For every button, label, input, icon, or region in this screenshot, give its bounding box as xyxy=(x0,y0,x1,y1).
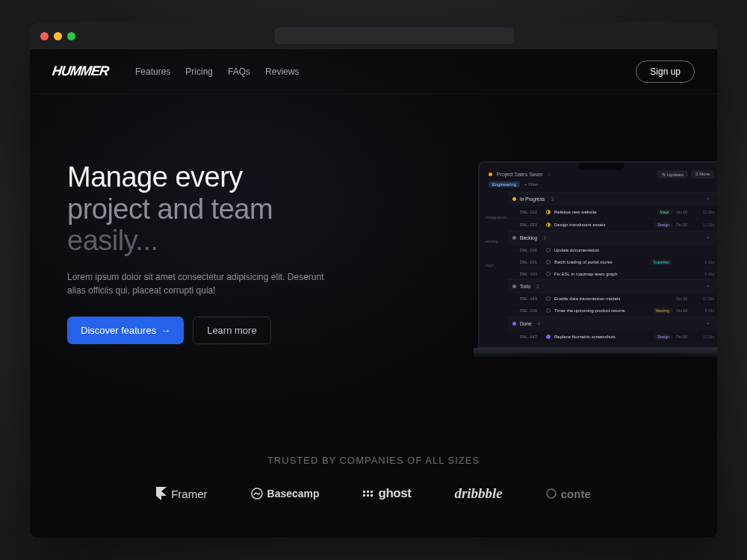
status-circle-icon xyxy=(546,272,551,276)
task-title: Release new website xyxy=(554,210,653,214)
laptop-base xyxy=(474,348,717,357)
task-time: 11:52a xyxy=(699,223,714,227)
top-nav: HUMMER Features Pricing FAQs Reviews Sig… xyxy=(30,49,717,94)
brand-logo[interactable]: HUMMER xyxy=(52,63,110,79)
task-row[interactable]: ENG-047Add magical dataZaMajor11:36a xyxy=(508,343,717,348)
plus-icon[interactable]: + xyxy=(706,283,710,290)
task-row[interactable]: ENG-144Enable data transmission modelsOc… xyxy=(508,293,717,304)
discover-features-button[interactable]: Discover features → xyxy=(67,317,184,344)
status-circle-icon xyxy=(546,210,551,214)
task-row[interactable]: ENG-047Replace biometric screenshotsDesi… xyxy=(508,330,717,343)
task-row[interactable]: ENG-223Design translucent assetsDesignOc… xyxy=(508,218,717,231)
task-time: 10:36a xyxy=(699,335,714,339)
status-dot-done xyxy=(512,322,516,326)
plus-icon[interactable]: + xyxy=(706,196,710,202)
task-date: Oct 18 xyxy=(676,210,695,214)
brand-basecamp: Basecamp xyxy=(251,488,320,500)
task-id: ENG-193 xyxy=(520,272,542,276)
task-row[interactable]: ENG-102Release new websiteMajorOct 1811:… xyxy=(508,205,717,218)
side-labels: Integration eering sign xyxy=(486,215,506,267)
star-icon: ☆ xyxy=(547,172,551,178)
brand-label: Framer xyxy=(171,488,207,500)
task-time: 11:36a xyxy=(699,210,714,214)
task-title: Batch loading of portal stores xyxy=(554,260,647,264)
trusted-title: TRUSTED BY COMPANIES OF ALL SIZES xyxy=(30,455,717,466)
task-id: ENG-201 xyxy=(520,260,542,264)
task-id: ENG-223 xyxy=(520,223,542,227)
task-time: 8:36a xyxy=(699,308,714,313)
task-date: Oct 18 xyxy=(676,296,695,301)
app-subheader: Engineering + Filter xyxy=(484,180,717,189)
task-date: Oct 18 xyxy=(676,223,695,227)
maximize-traffic-light[interactable] xyxy=(67,32,75,40)
section-label: Todo xyxy=(520,284,530,289)
status-circle-icon xyxy=(546,335,551,339)
task-row[interactable]: ENG-201Batch loading of portal storesSup… xyxy=(508,255,717,268)
learn-more-button[interactable]: Learn more xyxy=(193,317,270,344)
status-dot-backlog xyxy=(512,236,516,240)
more-chip[interactable]: ≡ More xyxy=(691,170,714,178)
app-chips: ⇅ Updates ≡ More xyxy=(657,170,714,178)
status-circle-icon xyxy=(546,296,551,301)
arrow-right-icon: → xyxy=(161,325,170,336)
traffic-lights xyxy=(40,32,75,40)
circle-c-icon xyxy=(546,488,557,499)
ghost-icon xyxy=(363,491,373,497)
task-row[interactable]: ENG-193Fix ESL in roadmap team graph6:36… xyxy=(508,268,717,279)
side-label-integration: Integration xyxy=(486,215,506,220)
task-tag: Major xyxy=(657,209,672,215)
plus-icon[interactable]: + xyxy=(706,320,710,327)
browser-frame: HUMMER Features Pricing FAQs Reviews Sig… xyxy=(30,22,717,538)
brand-ghost: ghost xyxy=(363,486,412,501)
status-circle-icon xyxy=(546,223,551,227)
section-done[interactable]: Done 4 + xyxy=(508,317,717,330)
nav-features[interactable]: Features xyxy=(135,66,170,77)
status-circle-icon xyxy=(546,308,551,313)
engineering-tag[interactable]: Engineering xyxy=(489,181,520,187)
filter-text[interactable]: + Filter xyxy=(524,182,539,187)
task-time: 6:36a xyxy=(699,272,714,276)
nav-faqs[interactable]: FAQs xyxy=(228,66,250,77)
task-tag: Warning xyxy=(653,308,672,314)
task-title: Update documentation xyxy=(554,248,672,252)
task-tag: Design xyxy=(654,334,672,340)
signup-button[interactable]: Sign up xyxy=(636,60,695,83)
nav-reviews[interactable]: Reviews xyxy=(265,66,299,77)
cta-primary-label: Discover features xyxy=(81,325,156,336)
task-time: 11:36a xyxy=(699,296,714,301)
status-dot-todo xyxy=(512,284,516,288)
section-label: In Progress xyxy=(520,196,545,202)
section-count: 2 xyxy=(536,284,539,289)
laptop-mockup: Project Sales Saver ☆ ⇅ Updates ≡ More E… xyxy=(478,161,717,363)
plus-icon[interactable]: + xyxy=(706,234,710,241)
brand-dribbble: dribbble xyxy=(454,485,502,502)
task-row[interactable]: ENG-180Timer the upcoming product return… xyxy=(508,304,717,317)
brand-label: conte xyxy=(561,488,591,500)
task-date: Oct 18 xyxy=(676,308,695,313)
url-bar[interactable] xyxy=(275,28,514,44)
task-title: Timer the upcoming product returns xyxy=(554,308,649,313)
section-count: 3 xyxy=(543,235,546,240)
project-title: Project Sales Saver xyxy=(497,172,542,177)
status-circle-icon xyxy=(546,248,551,252)
section-label: Done xyxy=(520,321,532,326)
section-inprogress[interactable]: In Progress 3 + xyxy=(508,192,717,205)
close-traffic-light[interactable] xyxy=(40,32,49,40)
task-id: ENG-180 xyxy=(520,308,542,313)
brand-label: Basecamp xyxy=(267,488,320,500)
task-tag: Design xyxy=(654,222,672,228)
framer-icon xyxy=(156,487,167,500)
task-id: ENG-186 xyxy=(520,248,542,252)
section-backlog[interactable]: Backlog 3 + xyxy=(508,231,717,244)
minimize-traffic-light[interactable] xyxy=(54,32,62,40)
task-row[interactable]: ENG-186Update documentation xyxy=(508,244,717,255)
section-count: 3 xyxy=(551,196,554,202)
section-todo[interactable]: Todo 2 + xyxy=(508,279,717,293)
subtitle: Lorem ipsum dolor sit amet consectetur a… xyxy=(67,270,329,297)
task-time: 6:36a xyxy=(699,260,714,264)
nav-pricing[interactable]: Pricing xyxy=(185,66,213,77)
updates-chip[interactable]: ⇅ Updates xyxy=(657,170,688,178)
project-status-dot xyxy=(489,172,492,176)
browser-bar xyxy=(30,22,717,49)
logos-row: Framer Basecamp ghost dribbble conte xyxy=(30,485,717,502)
